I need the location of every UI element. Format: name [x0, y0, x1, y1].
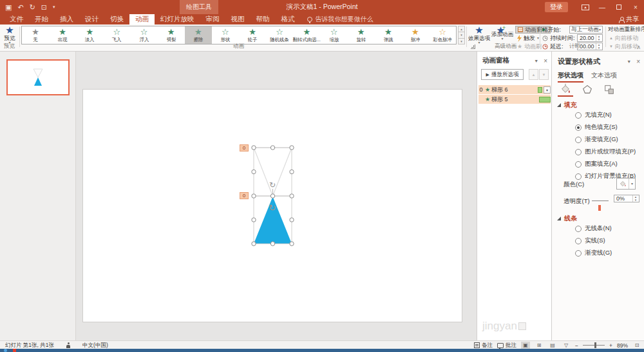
zoom-in-button[interactable]: +	[609, 342, 612, 349]
start-slideshow-icon[interactable]: ⊡	[41, 3, 47, 12]
pane-menu-caret-icon[interactable]: ▼	[533, 59, 540, 63]
size-properties-icon[interactable]	[601, 83, 617, 97]
language-indicator[interactable]: 中文(中国)	[82, 342, 108, 349]
start-dropdown[interactable]: 与上一动画...▾	[569, 26, 603, 34]
transparency-slider[interactable]	[592, 197, 609, 204]
collapse-ribbon-icon[interactable]: ∧	[637, 44, 641, 50]
fill-option-radio[interactable]: 纯色填充(S)	[575, 123, 644, 132]
duration-spinner[interactable]: 20.00 ▴▾	[577, 34, 603, 42]
trigger-button[interactable]: 触发▾	[517, 34, 539, 42]
animation-gallery-item[interactable]: ★ 出现	[49, 26, 76, 44]
effects-icon[interactable]	[580, 83, 595, 97]
slide-1-thumbnail[interactable]	[6, 59, 70, 95]
animation-painter-button[interactable]: ★ 动画刷	[517, 43, 542, 50]
animation-gallery-item[interactable]: ★ 脉冲	[402, 26, 429, 44]
fill-option-radio[interactable]: 图片或纹理填充(P)	[575, 148, 644, 156]
reading-view-button[interactable]: ▤	[548, 342, 557, 349]
animation-gallery-item[interactable]: ★ 劈裂	[158, 26, 185, 44]
move-earlier-button[interactable]: ▲向前移动	[609, 34, 638, 42]
animation-gallery-item[interactable]: ☆ 随机线条	[266, 26, 293, 44]
ribbon-tab[interactable]: 视图	[225, 14, 251, 24]
close-button[interactable]: ×	[627, 0, 644, 14]
login-button[interactable]: 登录	[545, 2, 568, 12]
zoom-out-button[interactable]: −	[575, 342, 578, 349]
panel-menu-caret-icon[interactable]: ▼	[625, 59, 632, 64]
timeline-bar[interactable]	[539, 97, 551, 103]
animation-gallery-item[interactable]: ☆ 飞入	[103, 26, 130, 44]
animation-gallery-item[interactable]: ★ 轮子	[239, 26, 266, 44]
tell-me-box[interactable]: 告诉我你想要做什么	[307, 14, 374, 24]
notes-button[interactable]: 备注	[474, 342, 493, 349]
ribbon-tab[interactable]: 切换	[104, 14, 129, 24]
timeline-bar[interactable]	[538, 87, 542, 93]
zoom-slider[interactable]	[583, 345, 605, 346]
animation-gallery-item[interactable]: ★ 无	[22, 26, 49, 44]
delay-spinner[interactable]: 00.00 ▴▾	[577, 43, 603, 50]
animation-list-item[interactable]: ★ 梯形 5 ▾	[478, 95, 551, 104]
share-button[interactable]: 共享	[619, 14, 639, 24]
save-icon[interactable]: ▣	[5, 3, 12, 12]
fill-option-radio[interactable]: 无填充(N)	[575, 111, 644, 119]
ribbon-tab[interactable]: 开始	[29, 14, 54, 24]
ribbon-display-options-button[interactable]	[577, 0, 594, 14]
reorder-down-button[interactable]: ▼	[539, 69, 549, 80]
normal-view-button[interactable]: ▣	[521, 342, 530, 349]
fill-section-header[interactable]: 填充	[557, 101, 577, 110]
animation-gallery-item[interactable]: ☆ 缩放	[320, 26, 347, 44]
animation-gallery-item[interactable]: ☆ 彩色脉冲	[429, 26, 456, 44]
ribbon-tab[interactable]: 帮助	[251, 14, 276, 24]
fill-option-radio[interactable]: 图案填充(A)	[575, 160, 644, 168]
animation-order-badge[interactable]: 0	[240, 192, 249, 199]
line-section-header[interactable]: 线条	[557, 214, 577, 223]
line-option-radio[interactable]: 渐变线(G)	[575, 249, 644, 257]
animation-pane-close-icon[interactable]: ×	[540, 57, 551, 64]
taskbar-app-icon[interactable]	[13, 349, 16, 352]
ribbon-tab[interactable]: 文件	[4, 14, 29, 24]
format-panel-tab[interactable]: 形状选项	[558, 71, 583, 83]
animation-dialog-launcher-icon[interactable]	[471, 44, 475, 49]
ribbon-tab[interactable]: 幻灯片放映	[155, 14, 200, 24]
animation-gallery-item[interactable]: ★ 翻转式由远...	[293, 26, 320, 44]
animation-gallery-item[interactable]: ★ 弹跳	[375, 26, 402, 44]
format-panel-close-icon[interactable]: ×	[632, 58, 644, 65]
transparency-spinner[interactable]: 0% ▴▾	[614, 195, 639, 202]
ribbon-tab[interactable]: 格式	[276, 14, 301, 24]
comments-button[interactable]: 批注	[497, 342, 516, 349]
fill-color-button[interactable]: ▾	[616, 178, 636, 190]
rotate-handle-icon[interactable]: ↻	[269, 181, 276, 190]
gallery-more-icon[interactable]: ▾	[458, 39, 465, 44]
rotate-handle-icon[interactable]: ↻	[269, 202, 276, 213]
slideshow-view-button[interactable]: ▽	[562, 342, 571, 349]
redo-icon[interactable]: ↻	[30, 3, 35, 12]
item-dropdown-icon[interactable]: ▾	[544, 86, 551, 93]
customize-qat-icon[interactable]: ▾	[53, 5, 55, 10]
ribbon-tab[interactable]: 设计	[79, 14, 104, 24]
fit-slide-to-window-button[interactable]: ⊡	[632, 342, 641, 349]
animation-gallery-item[interactable]: ☆ 浮入	[131, 26, 158, 44]
ribbon-tab[interactable]: 插入	[54, 14, 79, 24]
format-panel-tab[interactable]: 文本选项	[591, 71, 617, 83]
animation-gallery-item[interactable]: ★ 旋转	[348, 26, 375, 44]
gallery-scroll-up-icon[interactable]: ▴	[458, 26, 465, 32]
minimize-button[interactable]: —	[594, 0, 611, 14]
animation-gallery-item[interactable]: ☆ 形状	[212, 26, 239, 44]
play-selected-button[interactable]: ▶ 播放所选项	[481, 69, 524, 80]
accessibility-icon[interactable]	[66, 342, 71, 349]
undo-icon[interactable]: ↶	[17, 3, 23, 12]
zoom-level[interactable]: 89%	[617, 342, 628, 349]
animation-gallery-item[interactable]: ★ 淡入	[76, 26, 103, 44]
restore-button[interactable]	[611, 0, 627, 14]
slide-sorter-view-button[interactable]: ⊞	[535, 342, 544, 349]
gallery-scroll-down-icon[interactable]: ▾	[458, 32, 465, 38]
slide-number-indicator[interactable]: 幻灯片 第1张, 共1张	[5, 342, 54, 349]
animation-order-badge[interactable]: 0	[240, 144, 249, 152]
line-option-radio[interactable]: 无线条(N)	[575, 224, 644, 233]
animation-gallery-item[interactable]: ★ 擦除	[185, 26, 212, 44]
fill-option-radio[interactable]: 渐变填充(G)	[575, 135, 644, 144]
reorder-up-button[interactable]: ▲	[529, 69, 538, 80]
taskbar-app-icon[interactable]	[4, 349, 7, 352]
animation-list-item[interactable]: 0 ★ 梯形 6 ▾	[478, 85, 551, 94]
fill-and-line-icon[interactable]	[558, 83, 573, 97]
ribbon-tab[interactable]: 动画	[129, 14, 155, 24]
move-later-button[interactable]: ▼向后移动	[609, 43, 638, 50]
